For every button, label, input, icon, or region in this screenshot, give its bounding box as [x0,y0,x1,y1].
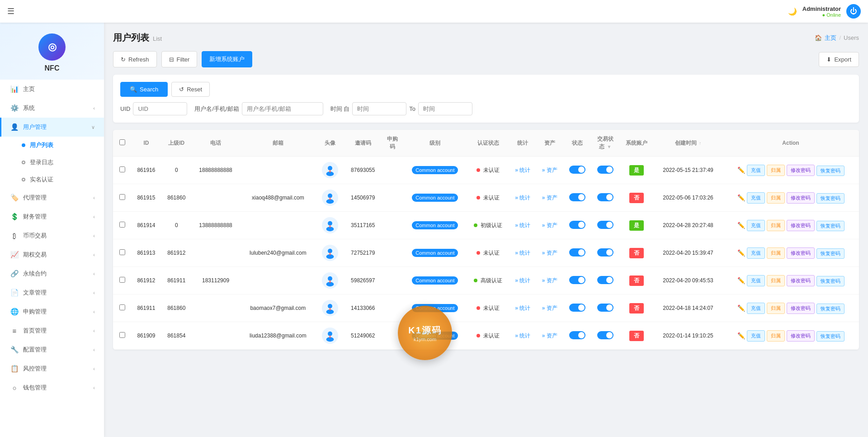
stats-link-5[interactable]: » 统计 [515,305,530,311]
status-toggle-1[interactable] [569,193,585,201]
edit-btn-5[interactable]: ✏️ [737,303,745,314]
recharge-btn-4[interactable]: 充值 [747,275,765,286]
time-to-input[interactable] [418,102,472,115]
change-pwd-btn-0[interactable]: 修改密码 [787,165,815,176]
row-checkbox-5[interactable] [119,304,125,310]
select-all-checkbox[interactable] [119,139,125,145]
sidebar-item-crypto[interactable]: ₿ 币币交易 ‹ [0,226,104,245]
sidebar-item-home[interactable]: 📊 主页 [0,80,104,99]
change-pwd-btn-2[interactable]: 修改密码 [787,220,815,231]
sidebar-sub-login-log[interactable]: 登录日志 [0,154,104,171]
theme-toggle-icon[interactable]: 🌙 [788,7,797,16]
sidebar-sub-real-auth[interactable]: 实名认证 [0,171,104,188]
hamburger-button[interactable]: ☰ [7,6,14,16]
trade-toggle-3[interactable] [597,248,613,256]
power-button[interactable]: ⏻ [846,4,861,19]
sidebar-item-risk[interactable]: 📋 风控管理 ‹ [0,359,104,378]
assign-btn-0[interactable]: 归属 [767,165,785,176]
assets-link-5[interactable]: » 资产 [542,305,557,311]
sidebar-item-perpetual[interactable]: 🔗 永续合约 ‹ [0,264,104,283]
status-toggle-6[interactable] [569,331,585,339]
assign-btn-1[interactable]: 归属 [767,192,785,204]
edit-btn-1[interactable]: ✏️ [737,192,745,204]
assign-btn-3[interactable]: 归属 [767,247,785,259]
trade-toggle-5[interactable] [597,304,613,312]
trade-toggle-4[interactable] [597,276,613,284]
stats-link-3[interactable]: » 统计 [515,250,530,256]
row-checkbox-6[interactable] [119,332,125,338]
status-toggle-5[interactable] [569,304,585,312]
assign-btn-5[interactable]: 归属 [767,303,785,314]
sidebar-sub-user-list[interactable]: 用户列表 [0,137,104,154]
assets-link-1[interactable]: » 资产 [542,195,557,201]
trade-toggle-1[interactable] [597,193,613,201]
reset-button[interactable]: ↺ Reset [171,82,210,97]
search-button[interactable]: 🔍 Search [120,82,168,97]
restore-pwd-btn-4[interactable]: 恢复密码 [816,276,844,286]
restore-pwd-btn-3[interactable]: 恢复密码 [816,248,844,259]
change-pwd-btn-5[interactable]: 修改密码 [787,303,815,314]
restore-pwd-btn-1[interactable]: 恢复密码 [816,193,844,204]
status-toggle-0[interactable] [569,166,585,174]
sidebar-item-system[interactable]: ⚙️ 系统 ‹ [0,99,104,118]
row-checkbox-3[interactable] [119,249,125,255]
stats-link-1[interactable]: » 统计 [515,195,530,201]
sidebar-item-ipo[interactable]: 🌐 申购管理 ‹ [0,302,104,321]
recharge-btn-1[interactable]: 充值 [747,192,765,204]
restore-pwd-btn-5[interactable]: 恢复密码 [816,304,844,314]
assets-link-6[interactable]: » 资产 [542,332,557,339]
edit-btn-6[interactable]: ✏️ [737,330,745,342]
sidebar-item-agent[interactable]: 🏷️ 代理管理 ‹ [0,188,104,207]
row-checkbox-0[interactable] [119,166,125,172]
sidebar-item-article[interactable]: 📄 文章管理 ‹ [0,283,104,302]
assets-link-2[interactable]: » 资产 [542,222,557,228]
time-from-input[interactable] [352,102,406,115]
stats-link-6[interactable]: » 统计 [515,332,530,339]
recharge-btn-2[interactable]: 充值 [747,220,765,231]
trade-toggle-6[interactable] [597,331,613,339]
assets-link-3[interactable]: » 资产 [542,250,557,256]
sidebar-item-user[interactable]: 👤 用户管理 ∨ [0,118,104,137]
row-checkbox-1[interactable] [119,194,125,200]
sidebar-item-wallet[interactable]: ○ 钱包管理 ‹ [0,378,104,397]
restore-pwd-btn-6[interactable]: 恢复密码 [816,331,844,342]
add-account-button[interactable]: 新增系统账户 [202,51,252,67]
edit-btn-2[interactable]: ✏️ [737,220,745,231]
sidebar-item-homepage[interactable]: ≡ 首页管理 ‹ [0,321,104,340]
status-toggle-4[interactable] [569,276,585,284]
username-input[interactable] [242,102,323,115]
trade-toggle-2[interactable] [597,221,613,229]
breadcrumb-home-link[interactable]: 主页 [825,34,836,42]
assign-btn-4[interactable]: 归属 [767,275,785,286]
change-pwd-btn-4[interactable]: 修改密码 [787,275,815,286]
recharge-btn-0[interactable]: 充值 [747,165,765,176]
stats-link-4[interactable]: » 统计 [515,277,530,284]
uid-input[interactable] [133,102,187,115]
filter-button[interactable]: ⊟ Filter [161,51,198,67]
stats-link-2[interactable]: » 统计 [515,222,530,228]
assign-btn-6[interactable]: 归属 [767,330,785,342]
recharge-btn-5[interactable]: 充值 [747,303,765,314]
assets-link-4[interactable]: » 资产 [542,277,557,284]
assets-link-0[interactable]: » 资产 [542,167,557,173]
sidebar-item-finance[interactable]: 💲 财务管理 ‹ [0,207,104,226]
restore-pwd-btn-0[interactable]: 恢复密码 [816,166,844,176]
recharge-btn-6[interactable]: 充值 [747,330,765,342]
status-toggle-2[interactable] [569,221,585,229]
edit-btn-4[interactable]: ✏️ [737,275,745,286]
row-checkbox-4[interactable] [119,277,125,283]
change-pwd-btn-3[interactable]: 修改密码 [787,247,815,259]
sidebar-item-options[interactable]: 📈 期权交易 ‹ [0,245,104,264]
edit-btn-3[interactable]: ✏️ [737,247,745,259]
row-checkbox-2[interactable] [119,222,125,228]
restore-pwd-btn-2[interactable]: 恢复密码 [816,221,844,231]
change-pwd-btn-6[interactable]: 修改密码 [787,330,815,342]
export-button[interactable]: ⬇ Export [819,52,859,67]
recharge-btn-3[interactable]: 充值 [747,247,765,259]
trade-toggle-0[interactable] [597,166,613,174]
edit-btn-0[interactable]: ✏️ [737,165,745,176]
stats-link-0[interactable]: » 统计 [515,167,530,173]
assign-btn-2[interactable]: 归属 [767,220,785,231]
change-pwd-btn-1[interactable]: 修改密码 [787,192,815,204]
status-toggle-3[interactable] [569,248,585,256]
